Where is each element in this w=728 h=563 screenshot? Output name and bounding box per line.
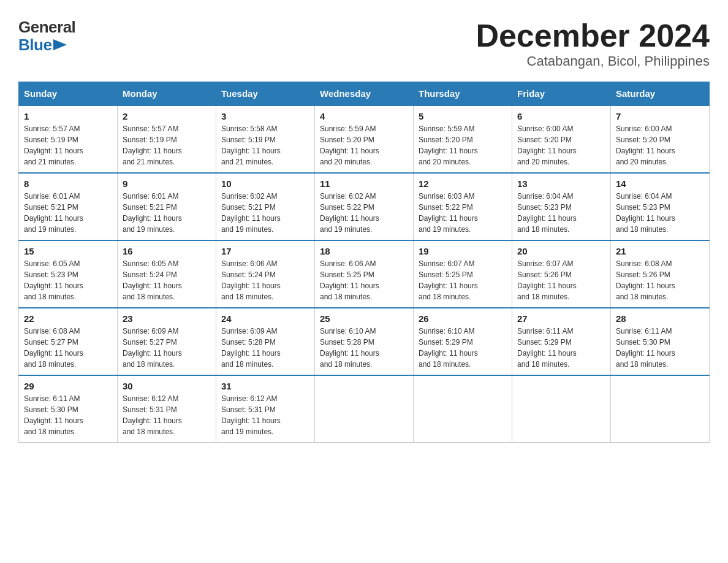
day-info: Sunrise: 6:06 AM Sunset: 5:25 PM Dayligh… [320,258,408,302]
calendar-header: SundayMondayTuesdayWednesdayThursdayFrid… [19,82,710,106]
day-number: 6 [517,111,605,121]
day-number: 3 [221,111,309,121]
day-info: Sunrise: 6:03 AM Sunset: 5:22 PM Dayligh… [419,191,507,235]
header-cell-thursday: Thursday [414,82,512,106]
calendar-cell: 20Sunrise: 6:07 AM Sunset: 5:26 PM Dayli… [512,240,611,308]
day-info: Sunrise: 6:01 AM Sunset: 5:21 PM Dayligh… [24,191,112,235]
day-info: Sunrise: 6:08 AM Sunset: 5:26 PM Dayligh… [616,258,704,302]
day-number: 12 [419,178,507,189]
page-subtitle: Catabangan, Bicol, Philippines [476,53,710,69]
day-number: 1 [24,111,112,121]
day-info: Sunrise: 6:10 AM Sunset: 5:29 PM Dayligh… [419,326,507,370]
calendar-week-2: 8Sunrise: 6:01 AM Sunset: 5:21 PM Daylig… [19,173,710,240]
calendar-cell: 4Sunrise: 5:59 AM Sunset: 5:20 PM Daylig… [315,105,414,173]
calendar-cell: 5Sunrise: 5:59 AM Sunset: 5:20 PM Daylig… [414,105,512,173]
day-number: 15 [24,246,112,256]
header-cell-saturday: Saturday [611,82,710,106]
calendar-cell: 25Sunrise: 6:10 AM Sunset: 5:28 PM Dayli… [315,308,414,375]
day-number: 29 [24,381,112,391]
day-number: 26 [419,313,507,324]
header-cell-sunday: Sunday [19,82,118,106]
day-info: Sunrise: 6:11 AM Sunset: 5:30 PM Dayligh… [24,393,112,437]
calendar-cell [315,375,414,443]
day-info: Sunrise: 6:11 AM Sunset: 5:30 PM Dayligh… [616,326,704,370]
title-block: December 2024 Catabangan, Bicol, Philipp… [476,18,710,69]
calendar-cell: 29Sunrise: 6:11 AM Sunset: 5:30 PM Dayli… [19,375,118,443]
calendar-cell: 8Sunrise: 6:01 AM Sunset: 5:21 PM Daylig… [19,173,118,240]
calendar-cell: 24Sunrise: 6:09 AM Sunset: 5:28 PM Dayli… [216,308,315,375]
day-info: Sunrise: 5:58 AM Sunset: 5:19 PM Dayligh… [221,123,309,167]
logo: General Blue [18,18,75,53]
day-number: 16 [123,246,211,256]
calendar-cell: 14Sunrise: 6:04 AM Sunset: 5:23 PM Dayli… [611,173,710,240]
day-number: 5 [419,111,507,121]
calendar-cell: 15Sunrise: 6:05 AM Sunset: 5:23 PM Dayli… [19,240,118,308]
day-info: Sunrise: 6:04 AM Sunset: 5:23 PM Dayligh… [616,191,704,235]
day-info: Sunrise: 6:07 AM Sunset: 5:25 PM Dayligh… [419,258,507,302]
header-cell-tuesday: Tuesday [216,82,315,106]
calendar-table: SundayMondayTuesdayWednesdayThursdayFrid… [18,82,710,443]
calendar-cell: 26Sunrise: 6:10 AM Sunset: 5:29 PM Dayli… [414,308,512,375]
day-info: Sunrise: 6:12 AM Sunset: 5:31 PM Dayligh… [221,393,309,437]
day-number: 27 [517,313,605,324]
calendar-week-3: 15Sunrise: 6:05 AM Sunset: 5:23 PM Dayli… [19,240,710,308]
calendar-cell [512,375,611,443]
calendar-cell: 19Sunrise: 6:07 AM Sunset: 5:25 PM Dayli… [414,240,512,308]
day-info: Sunrise: 5:57 AM Sunset: 5:19 PM Dayligh… [24,123,112,167]
calendar-cell: 10Sunrise: 6:02 AM Sunset: 5:21 PM Dayli… [216,173,315,240]
day-number: 8 [24,178,112,189]
day-info: Sunrise: 6:01 AM Sunset: 5:21 PM Dayligh… [123,191,211,235]
calendar-cell: 17Sunrise: 6:06 AM Sunset: 5:24 PM Dayli… [216,240,315,308]
day-number: 20 [517,246,605,256]
calendar-cell: 21Sunrise: 6:08 AM Sunset: 5:26 PM Dayli… [611,240,710,308]
day-info: Sunrise: 6:09 AM Sunset: 5:28 PM Dayligh… [221,326,309,370]
calendar-cell: 28Sunrise: 6:11 AM Sunset: 5:30 PM Dayli… [611,308,710,375]
day-number: 14 [616,178,704,189]
calendar-week-4: 22Sunrise: 6:08 AM Sunset: 5:27 PM Dayli… [19,308,710,375]
calendar-cell: 30Sunrise: 6:12 AM Sunset: 5:31 PM Dayli… [118,375,216,443]
day-number: 31 [221,381,309,391]
day-number: 30 [123,381,211,391]
day-number: 28 [616,313,704,324]
day-info: Sunrise: 6:10 AM Sunset: 5:28 PM Dayligh… [320,326,408,370]
day-info: Sunrise: 5:59 AM Sunset: 5:20 PM Dayligh… [320,123,408,167]
calendar-cell: 31Sunrise: 6:12 AM Sunset: 5:31 PM Dayli… [216,375,315,443]
header-cell-monday: Monday [118,82,216,106]
logo-arrow-icon [53,39,67,50]
calendar-cell: 22Sunrise: 6:08 AM Sunset: 5:27 PM Dayli… [19,308,118,375]
calendar-cell: 27Sunrise: 6:11 AM Sunset: 5:29 PM Dayli… [512,308,611,375]
day-info: Sunrise: 6:05 AM Sunset: 5:24 PM Dayligh… [123,258,211,302]
header-row: SundayMondayTuesdayWednesdayThursdayFrid… [19,82,710,106]
day-info: Sunrise: 6:05 AM Sunset: 5:23 PM Dayligh… [24,258,112,302]
day-info: Sunrise: 6:09 AM Sunset: 5:27 PM Dayligh… [123,326,211,370]
page-title: December 2024 [476,18,710,53]
day-number: 21 [616,246,704,256]
calendar-week-5: 29Sunrise: 6:11 AM Sunset: 5:30 PM Dayli… [19,375,710,443]
day-info: Sunrise: 6:07 AM Sunset: 5:26 PM Dayligh… [517,258,605,302]
day-number: 9 [123,178,211,189]
calendar-cell: 3Sunrise: 5:58 AM Sunset: 5:19 PM Daylig… [216,105,315,173]
day-number: 10 [221,178,309,189]
day-info: Sunrise: 6:00 AM Sunset: 5:20 PM Dayligh… [517,123,605,167]
day-number: 7 [616,111,704,121]
header-cell-friday: Friday [512,82,611,106]
day-info: Sunrise: 6:02 AM Sunset: 5:22 PM Dayligh… [320,191,408,235]
day-number: 4 [320,111,408,121]
svg-marker-0 [53,39,67,50]
calendar-week-1: 1Sunrise: 5:57 AM Sunset: 5:19 PM Daylig… [19,105,710,173]
header-cell-wednesday: Wednesday [315,82,414,106]
calendar-body: 1Sunrise: 5:57 AM Sunset: 5:19 PM Daylig… [19,105,710,443]
logo-blue: Blue [18,36,75,54]
day-number: 22 [24,313,112,324]
day-number: 13 [517,178,605,189]
calendar-cell: 9Sunrise: 6:01 AM Sunset: 5:21 PM Daylig… [118,173,216,240]
day-info: Sunrise: 5:59 AM Sunset: 5:20 PM Dayligh… [419,123,507,167]
calendar-cell: 7Sunrise: 6:00 AM Sunset: 5:20 PM Daylig… [611,105,710,173]
day-info: Sunrise: 6:08 AM Sunset: 5:27 PM Dayligh… [24,326,112,370]
calendar-cell: 18Sunrise: 6:06 AM Sunset: 5:25 PM Dayli… [315,240,414,308]
calendar-cell: 11Sunrise: 6:02 AM Sunset: 5:22 PM Dayli… [315,173,414,240]
day-number: 17 [221,246,309,256]
calendar-cell: 2Sunrise: 5:57 AM Sunset: 5:19 PM Daylig… [118,105,216,173]
day-info: Sunrise: 6:02 AM Sunset: 5:21 PM Dayligh… [221,191,309,235]
day-number: 23 [123,313,211,324]
